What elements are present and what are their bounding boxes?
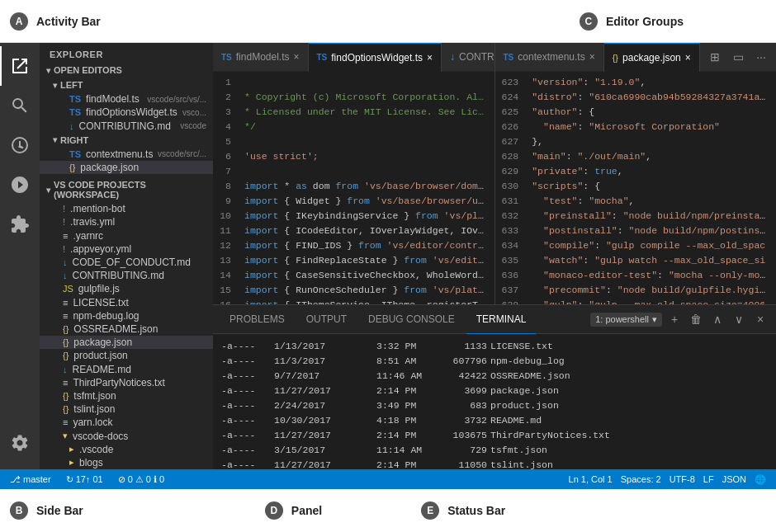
- panel-chevron-down-btn[interactable]: ∨: [730, 310, 748, 328]
- file-ossreadme[interactable]: {} OSSREADME.json: [40, 322, 213, 336]
- activity-bar-explorer[interactable]: [0, 46, 40, 86]
- md-icon-tab: ↓: [450, 51, 455, 63]
- file-yarn-lock[interactable]: ≡ yarn.lock: [40, 416, 213, 429]
- editor-item-findmodel[interactable]: TS findModel.ts vscode/src/vs/...: [40, 92, 213, 106]
- tab-contextmenu[interactable]: TS contextmenu.ts ×: [495, 43, 604, 72]
- explorer-icon: [10, 56, 30, 76]
- terminal-dropdown[interactable]: 1: powershell ▾: [590, 313, 662, 327]
- annotation-label-a: Activity Bar: [36, 15, 101, 28]
- file-name-11: package.json: [73, 337, 206, 348]
- panel-chevron-up-btn[interactable]: ∧: [708, 310, 726, 328]
- file-name-3: .yarnrc: [73, 230, 206, 242]
- status-language[interactable]: JSON: [719, 474, 750, 484]
- sync-icon: ↻: [66, 474, 73, 485]
- status-bar: ⎇ master ↻ 17↑ 01 ⊘ 0 ⚠ 0 ℹ 0 Ln 1, Col …: [0, 469, 776, 489]
- panel-trash-btn[interactable]: 🗑: [687, 310, 705, 328]
- eol-text: LF: [703, 474, 714, 484]
- file-gulpfile[interactable]: JS gulpfile.js: [40, 282, 213, 295]
- tab-contributing[interactable]: ↓ CONTRIBUTING.md ×: [442, 43, 494, 72]
- tab-findoptions-close[interactable]: ×: [427, 52, 433, 64]
- status-sync[interactable]: ↻ 17↑ 01: [63, 469, 106, 489]
- split-icon[interactable]: ⊞: [705, 47, 725, 67]
- panel-tab-debug[interactable]: DEBUG CONSOLE: [358, 305, 465, 334]
- rcode-line-15: "precommit": "node build/gulpfile.hygien: [525, 283, 776, 298]
- code-line-14: import { CaseSensitiveCheckbox, WholeWor…: [238, 268, 494, 283]
- status-globe[interactable]: 🌐: [751, 474, 769, 485]
- file-tsfmt[interactable]: {} tsfmt.json: [40, 389, 213, 403]
- tab-package-json[interactable]: {} package.json ×: [604, 43, 700, 72]
- ts-icon-tab1: TS: [221, 53, 232, 62]
- status-eol[interactable]: LF: [700, 474, 717, 484]
- editor-item-package-active[interactable]: {} package.json: [40, 161, 213, 174]
- terminal-content[interactable]: -a----1/13/20173:32 PM1133LICENSE.txt -a…: [213, 334, 776, 469]
- txt-icon-2: ≡: [63, 378, 68, 388]
- left-group[interactable]: ▾ LEFT: [40, 78, 213, 92]
- tab-contextmenu-close[interactable]: ×: [589, 51, 595, 63]
- tab-package-close[interactable]: ×: [685, 52, 691, 64]
- js-icon: JS: [63, 284, 73, 294]
- open-editors-group[interactable]: ▾ OPEN EDITORS: [40, 63, 213, 78]
- file-code-of-conduct[interactable]: ↓ CODE_OF_CONDUCT.md: [40, 256, 213, 269]
- editor-item-contributing[interactable]: ↓ CONTRIBUTING.md vscode: [40, 119, 213, 132]
- file-mention-bot[interactable]: ! .mention-bot: [40, 202, 213, 215]
- status-position[interactable]: Ln 1, Col 1: [565, 474, 616, 484]
- md-icon-2: ↓: [63, 257, 68, 267]
- more-icon[interactable]: ···: [751, 47, 771, 67]
- code-line-8: import * as dom from 'vs/base/browser/do…: [238, 179, 494, 194]
- language-text: JSON: [722, 474, 746, 484]
- file-package-json[interactable]: {} package.json: [40, 336, 213, 349]
- panel-add-btn[interactable]: +: [665, 310, 684, 328]
- workspace-group[interactable]: ▾ VS CODE PROJECTS (WORKSPACE): [40, 177, 213, 202]
- file-readme[interactable]: ↓ README.md: [40, 362, 213, 375]
- panel-tab-terminal[interactable]: TERMINAL: [466, 305, 537, 334]
- folder-vscode-docs[interactable]: ▾ vscode-docs: [40, 429, 213, 442]
- status-encoding[interactable]: UTF-8: [666, 474, 698, 484]
- tab-findoptions[interactable]: TS findOptionsWidget.ts ×: [309, 43, 442, 72]
- annotation-bar-bottom: B Side Bar D Panel E Status Bar: [0, 489, 776, 532]
- file-license[interactable]: ≡ LICENSE.txt: [40, 295, 213, 308]
- file-contributing[interactable]: ↓ CONTRIBUTING.md: [40, 269, 213, 282]
- activity-bar-search[interactable]: [0, 86, 40, 125]
- panel-tab-output[interactable]: OUTPUT: [296, 305, 357, 334]
- file-yarnrc[interactable]: ≡ .yarnrc: [40, 228, 213, 242]
- explorer-title: EXPLORER: [40, 43, 213, 63]
- file-travis[interactable]: ! .travis.yml: [40, 215, 213, 228]
- editor-item-findoptions[interactable]: TS findOptionsWidget.ts vsco...: [40, 106, 213, 119]
- status-spaces[interactable]: Spaces: 2: [617, 474, 665, 484]
- ts-icon-tab3: TS: [504, 53, 514, 62]
- activity-bar-extensions[interactable]: [0, 205, 40, 244]
- code-line-5: [238, 134, 494, 149]
- file-tslint[interactable]: {} tslint.json: [40, 403, 213, 416]
- status-errors[interactable]: ⊘ 0 ⚠ 0 ℹ 0: [115, 469, 168, 489]
- activity-bar-git[interactable]: [0, 125, 40, 165]
- annotation-b: B Side Bar: [10, 501, 83, 520]
- file-npm-debug[interactable]: ≡ npm-debug.log: [40, 309, 213, 322]
- rcode-line-4: "name": "Microsoft Corporation": [525, 120, 776, 134]
- json-icon-5: {}: [63, 391, 69, 401]
- file-product-json[interactable]: {} product.json: [40, 349, 213, 362]
- code-line-2: * Copyright (c) Microsoft Corporation. A…: [238, 90, 494, 105]
- tab-findmodel[interactable]: TS findModel.ts ×: [213, 43, 309, 72]
- activity-bar-debug[interactable]: [0, 165, 40, 205]
- editor-item-contextmenu[interactable]: TS contextmenu.ts vscode/src/...: [40, 148, 213, 161]
- right-line-numbers: 623624625626627 628629630631632 63363463…: [495, 72, 526, 304]
- tab-findmodel-close[interactable]: ×: [293, 51, 299, 63]
- terminal-line-5: -a----2/24/20173:49 PM683product.json: [221, 398, 768, 413]
- open-editors-chevron: ▾: [46, 66, 50, 75]
- panel-close-btn[interactable]: ×: [751, 310, 769, 328]
- status-branch[interactable]: ⎇ master: [7, 469, 54, 489]
- file-appveyor[interactable]: ! .appveyor.yml: [40, 242, 213, 256]
- panel-tab-problems[interactable]: PROBLEMS: [220, 305, 295, 334]
- file-thirdparty[interactable]: ≡ ThirdPartyNotices.txt: [40, 376, 213, 389]
- annotation-label-e: Status Bar: [447, 504, 505, 517]
- panel: PROBLEMS OUTPUT DEBUG CONSOLE TERMINAL 1…: [213, 304, 776, 469]
- layout-icon[interactable]: ▭: [728, 47, 748, 67]
- editor-area: TS findModel.ts × TS findOptionsWidget.t…: [213, 43, 776, 469]
- right-group[interactable]: ▾ RIGHT: [40, 133, 213, 148]
- folder-blogs[interactable]: ▸ blogs: [40, 456, 213, 469]
- folder-vscode[interactable]: ▸ .vscode: [40, 443, 213, 456]
- activity-bar-bottom: [0, 423, 40, 469]
- terminal-line-3: -a----9/7/201711:46 AM42422OSSREADME.jso…: [221, 369, 768, 384]
- activity-bar-settings[interactable]: [0, 423, 40, 463]
- editor-item-name: findModel.ts: [86, 93, 144, 105]
